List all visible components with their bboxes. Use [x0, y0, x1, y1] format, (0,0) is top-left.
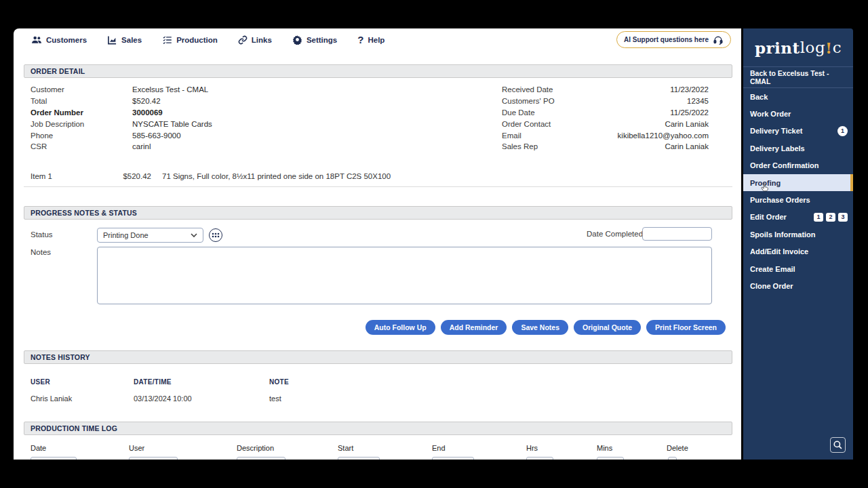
tl-date-input[interactable]: [31, 457, 77, 460]
sidebar-item-purchase-orders[interactable]: Purchase Orders: [743, 191, 853, 208]
nav-customers[interactable]: Customers: [31, 35, 87, 45]
nav-settings[interactable]: Settings: [292, 35, 337, 45]
nav-links[interactable]: Links: [238, 35, 272, 45]
order-detail-header: ORDER DETAIL: [24, 64, 732, 78]
production-icon: [162, 35, 172, 45]
tl-col-date: Date: [31, 444, 46, 452]
field-due-date: Due Date11/25/2022: [502, 108, 709, 120]
tl-col-user: User: [129, 444, 144, 452]
main-content: Customers Sales Production Links Setting…: [14, 28, 741, 460]
edit-order-badge-3[interactable]: 3: [838, 213, 848, 222]
sidebar-item-add-edit-invoice[interactable]: Add/Edit Invoice: [743, 243, 853, 260]
sidebar-search-button[interactable]: [830, 437, 846, 453]
tl-col-start: Start: [338, 444, 353, 452]
status-select[interactable]: Printing Done: [97, 228, 203, 243]
sidebar: printlog!c Back to Excelsus Test - CMAL …: [743, 28, 853, 460]
timelog-header: PRODUCTION TIME LOG: [24, 422, 732, 435]
sidebar-item-create-email[interactable]: Create Email: [743, 260, 853, 277]
nav-production-label: Production: [176, 36, 218, 44]
tl-delete-checkbox[interactable]: [668, 457, 677, 460]
save-notes-button[interactable]: Save Notes: [512, 320, 568, 335]
status-grid-button[interactable]: [209, 228, 222, 242]
field-customer: CustomerExcelsus Test - CMAL: [31, 85, 342, 97]
print-floor-screen-button[interactable]: Print Floor Screen: [646, 320, 726, 335]
links-icon: [238, 35, 248, 45]
nav-production[interactable]: Production: [162, 35, 218, 45]
field-csr: CSRcarinl: [31, 142, 342, 154]
ai-support-button[interactable]: AI Support questions here: [616, 31, 731, 48]
field-total: Total$520.42: [31, 97, 342, 108]
tl-col-description: Description: [237, 444, 274, 452]
edit-order-badges: 1 2 3: [814, 213, 848, 222]
item-name: Item 1: [31, 172, 52, 180]
date-completed-input[interactable]: [642, 227, 712, 241]
sidebar-item-spoils-information[interactable]: Spoils Information: [743, 226, 853, 243]
mouse-cursor: [761, 183, 770, 192]
add-reminder-button[interactable]: Add Reminder: [441, 320, 507, 335]
nav-customers-label: Customers: [46, 36, 87, 44]
sidebar-item-edit-order[interactable]: Edit Order 1 2 3: [743, 209, 853, 226]
sidebar-item-clone-order[interactable]: Clone Order: [743, 277, 853, 294]
field-order-number: Order Number3000069: [31, 108, 342, 120]
original-quote-button[interactable]: Original Quote: [574, 320, 641, 335]
customers-icon: [31, 35, 42, 45]
search-icon: [833, 440, 843, 450]
chevron-down-icon: [191, 233, 197, 238]
sales-icon: [107, 35, 117, 45]
col-note: NOTE: [269, 378, 289, 386]
order-detail-left: CustomerExcelsus Test - CMAL Total$520.4…: [31, 85, 342, 154]
tl-description-input[interactable]: [237, 457, 285, 460]
status-value: Printing Done: [103, 231, 149, 239]
nav-sales-label: Sales: [121, 36, 142, 44]
app-window: Customers Sales Production Links Setting…: [14, 28, 853, 460]
tl-start-input[interactable]: [338, 457, 380, 460]
tl-user-select[interactable]: [129, 457, 178, 460]
sidebar-back-to-customer[interactable]: Back to Excelsus Test - CMAL: [743, 67, 853, 88]
delivery-ticket-badge: 1: [837, 126, 848, 136]
note-row-user: Chris Laniak: [31, 394, 72, 403]
sidebar-item-delivery-labels[interactable]: Delivery Labels: [743, 140, 853, 157]
field-phone: Phone585-663-9000: [31, 131, 342, 143]
edit-order-badge-1[interactable]: 1: [814, 213, 823, 222]
tl-end-input[interactable]: [432, 457, 474, 460]
tl-mins-input[interactable]: [597, 457, 624, 460]
field-customers-po: Customers' PO12345: [502, 97, 709, 108]
notes-history-header: NOTES HISTORY: [24, 350, 732, 364]
item-description: 71 Signs, Full color, 8½x11 printed one …: [162, 172, 391, 180]
auto-follow-up-button[interactable]: Auto Follow Up: [366, 320, 435, 335]
item-price: $520.42: [119, 172, 151, 180]
tl-col-hrs: Hrs: [526, 444, 538, 452]
tl-col-delete: Delete: [667, 444, 688, 452]
help-icon: ?: [357, 34, 363, 45]
sidebar-spacer: [743, 295, 853, 437]
status-label: Status: [31, 230, 53, 239]
field-sales-rep: Sales RepCarin Laniak: [502, 142, 709, 154]
sidebar-item-order-confirmation[interactable]: Order Confirmation: [743, 157, 853, 174]
order-detail-right: Received Date11/23/2022 Customers' PO123…: [502, 85, 709, 154]
order-item-row: Item 1 $520.42 71 Signs, Full color, 8½x…: [24, 172, 732, 187]
progress-header: PROGRESS NOTES & STATUS: [24, 206, 732, 220]
nav-help[interactable]: ? Help: [357, 34, 384, 45]
date-completed-label: Date Completed: [587, 230, 643, 238]
notes-textarea[interactable]: [97, 247, 712, 304]
field-order-contact: Order ContactCarin Laniak: [502, 120, 709, 131]
nav-settings-label: Settings: [307, 36, 337, 44]
note-row-datetime: 03/13/2024 10:00: [134, 394, 192, 403]
field-email: Emailkikibella1210@yahoo.com: [502, 131, 709, 143]
col-user: USER: [31, 378, 50, 386]
tl-hrs-input[interactable]: [526, 457, 553, 460]
field-job-description: Job DescriptionNYSCATE Table Cards: [31, 120, 342, 131]
sidebar-item-delivery-ticket[interactable]: Delivery Ticket 1: [743, 123, 853, 140]
notes-label: Notes: [31, 248, 51, 256]
grid-dots-icon: [212, 232, 220, 239]
edit-order-badge-2[interactable]: 2: [826, 213, 835, 222]
sidebar-item-back[interactable]: Back: [743, 88, 853, 105]
sidebar-item-proofing[interactable]: Proofing: [743, 174, 853, 191]
note-row-note: test: [269, 394, 281, 403]
sidebar-item-work-order[interactable]: Work Order: [743, 105, 853, 122]
nav-links-label: Links: [252, 36, 272, 44]
progress-buttons: Auto Follow Up Add Reminder Save Notes O…: [366, 320, 726, 335]
printlogic-logo: printlog!c: [743, 28, 853, 67]
nav-sales[interactable]: Sales: [107, 35, 142, 45]
col-datetime: DATE/TIME: [134, 378, 172, 386]
